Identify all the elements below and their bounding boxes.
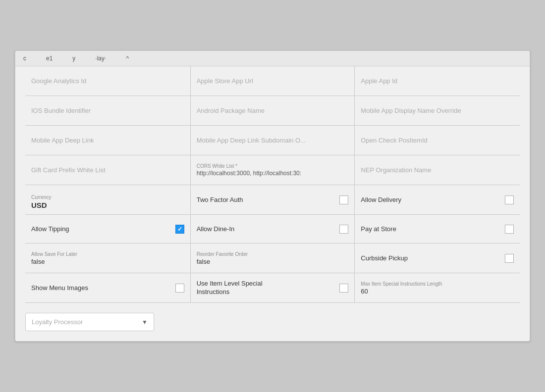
curbside-pickup-checkbox[interactable] [505, 254, 514, 263]
allow-save-for-later-field[interactable]: Allow Save For Later false [25, 244, 190, 273]
android-package-name-field[interactable]: Android Package Name [190, 96, 355, 126]
row-4: Gift Card Prefix White List CORS White L… [15, 155, 530, 185]
two-factor-auth-row: Two Factor Auth [190, 185, 355, 215]
show-menu-images-checkbox[interactable] [175, 284, 184, 293]
topbar-item-1[interactable]: c [23, 55, 26, 62]
row-6: Allow Tipping Allow Dine-In Pay at Store [15, 215, 530, 244]
open-check-positem-id-field[interactable]: Open Check PosItemId [355, 126, 520, 155]
topbar-item-5[interactable]: ^ [126, 55, 129, 62]
curbside-pickup-row: Curbside Pickup [355, 244, 520, 273]
row-2: IOS Bundle Identifier Android Package Na… [15, 96, 530, 126]
topbar-item-3[interactable]: y [72, 55, 75, 62]
apple-app-id-field[interactable]: Apple App Id [355, 66, 520, 96]
mobile-app-deep-link-subdomain-field[interactable]: Mobile App Deep Link Subdomain O... [190, 126, 355, 155]
topbar-item-4[interactable]: ·lay· [95, 55, 106, 62]
apple-store-app-url-field[interactable]: Apple Store App Url [190, 66, 355, 96]
two-factor-auth-checkbox[interactable] [339, 196, 348, 204]
dropdown-arrow-icon: ▼ [142, 319, 148, 326]
settings-card: c e1 y ·lay· ^ Google Analytics Id Apple… [15, 50, 530, 342]
allow-delivery-row: Allow Delivery [355, 185, 520, 215]
max-item-special-instructions-field[interactable]: Max Item Special Instructions Length 60 [355, 273, 520, 303]
show-menu-images-row: Show Menu Images [25, 273, 190, 303]
row-5: Currency USD Two Factor Auth Allow Deliv… [15, 185, 530, 215]
pay-at-store-row: Pay at Store [355, 215, 520, 244]
row-1: Google Analytics Id Apple Store App Url … [15, 66, 530, 96]
nep-organization-name-field[interactable]: NEP Organization Name [355, 155, 520, 185]
use-item-level-special-checkbox[interactable] [339, 284, 348, 293]
reorder-favorite-order-field[interactable]: Reorder Favorite Order false [190, 244, 355, 273]
allow-dine-in-checkbox[interactable] [339, 225, 348, 234]
mobile-app-display-name-field[interactable]: Mobile App Display Name Override [355, 96, 520, 126]
google-analytics-id-field[interactable]: Google Analytics Id [25, 66, 190, 96]
ios-bundle-identifier-field[interactable]: IOS Bundle Identifier [25, 96, 190, 126]
bottom-section: Loyalty Processor ▼ [15, 303, 530, 331]
allow-tipping-checkbox[interactable] [175, 225, 184, 234]
row-3: Mobile App Deep Link Mobile App Deep Lin… [15, 126, 530, 155]
pay-at-store-checkbox[interactable] [505, 225, 514, 234]
topbar-item-2[interactable]: e1 [46, 55, 53, 62]
loyalty-processor-dropdown[interactable]: Loyalty Processor ▼ [25, 313, 154, 331]
allow-dine-in-row: Allow Dine-In [190, 215, 355, 244]
row-8: Show Menu Images Use Item Level Special … [15, 273, 530, 303]
use-item-level-special-row: Use Item Level Special Instructions [190, 273, 355, 303]
allow-delivery-checkbox[interactable] [505, 196, 514, 204]
top-bar: c e1 y ·lay· ^ [15, 51, 530, 66]
currency-field[interactable]: Currency USD [25, 185, 190, 215]
gift-card-prefix-field[interactable]: Gift Card Prefix White List [25, 155, 190, 185]
mobile-app-deep-link-field[interactable]: Mobile App Deep Link [25, 126, 190, 155]
allow-tipping-row: Allow Tipping [25, 215, 190, 244]
row-7: Allow Save For Later false Reorder Favor… [15, 244, 530, 273]
cors-white-list-field[interactable]: CORS White List * http://localhost:3000,… [190, 155, 355, 185]
